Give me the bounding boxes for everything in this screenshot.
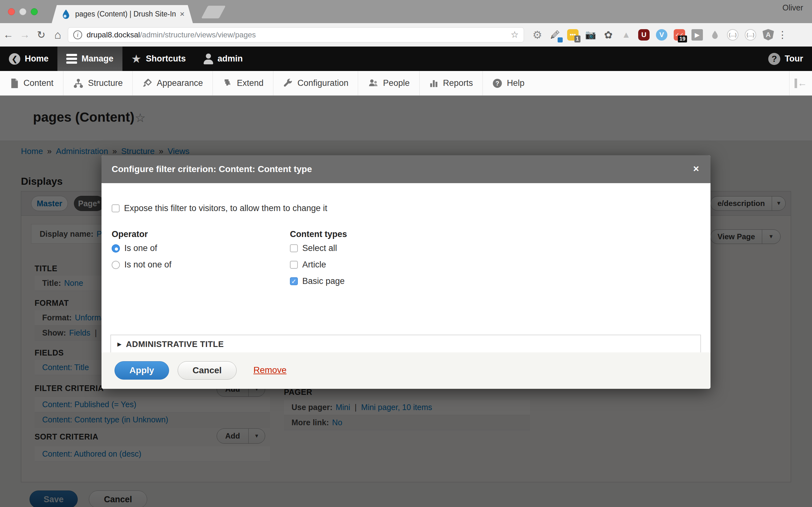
home-icon[interactable]: ⌂ [49,28,66,42]
administrative-title-label: ADMINISTRATIVE TITLE [126,339,224,349]
menu-people[interactable]: People [358,71,419,95]
article-checkbox[interactable] [290,261,298,269]
menu-help-label: Help [507,78,525,88]
browser-menu-icon[interactable]: ⋮ [778,29,787,40]
screen: pages (Content) | Drush Site-In × Oliver… [0,0,812,507]
drive-extension-icon[interactable]: ▲ [620,29,632,41]
content-types-label: Content types [290,229,347,239]
toolbar-tour[interactable]: ? Tour [759,47,812,71]
address-bar[interactable]: i drupal8.docksal/admin/structure/views/… [68,27,524,43]
administrative-title-details[interactable]: ▶ ADMINISTRATIVE TITLE [110,335,701,354]
operator-option-is-one-of: Is one of [112,243,157,253]
palette-extension-icon[interactable]: ••• 1 [566,29,579,41]
toolbar-shortcuts-label: Shortcuts [146,54,186,64]
site-info-icon[interactable]: i [73,31,82,39]
select-all-checkbox[interactable] [290,244,298,252]
toolbar-collapse-button[interactable]: ← [789,71,812,95]
browser-profile-name[interactable]: Oliver [782,3,803,12]
expose-filter-label: Expose this filter to visitors, to allow… [124,204,327,213]
drupal-menu-bar: Content Structure Appearance Extend Conf… [0,71,812,96]
zoom-window-button[interactable] [31,8,38,15]
toolbar-home-label: Home [25,54,49,64]
remove-link[interactable]: Remove [253,365,287,375]
menu-appearance-label: Appearance [157,78,203,88]
people-icon [368,78,378,89]
json-viewer-extension-icon[interactable]: {…} [726,29,739,41]
minimize-window-button[interactable] [19,8,26,15]
document-icon [9,78,19,89]
toolbar-shortcuts[interactable]: ★ Shortcuts [122,47,195,71]
type-option-basic-page: ✓ Basic page [290,276,345,286]
tab-title: pages (Content) | Drush Site-In [75,10,177,18]
basic-page-checkbox[interactable]: ✓ [290,277,298,285]
menu-reports-label: Reports [443,78,473,88]
menu-structure-label: Structure [88,78,123,88]
browser-tab-bar: pages (Content) | Drush Site-In × Oliver [0,0,812,23]
extension-row: ⚙ 🖉 . ••• 1 📷 ✿ ▲ U V ✓✓ 19 ▶ [531,29,774,41]
select-all-label: Select all [302,243,337,253]
menu-configuration[interactable]: Configuration [273,71,358,95]
drupal-admin-toolbar: ❮ Home Manage ★ Shortcuts admin ? Tour [0,47,812,71]
paintbrush-icon [142,78,152,89]
url-host: drupal8.docksal [87,31,140,39]
operator-option-is-not-one-of: Is not one of [112,260,171,270]
close-window-button[interactable] [8,8,15,15]
expose-filter-checkbox[interactable] [112,205,119,212]
tour-question-icon: ? [768,53,780,65]
is-not-one-of-radio[interactable] [112,261,120,269]
forward-icon[interactable]: → [16,29,33,41]
new-tab-button[interactable] [201,6,225,18]
menu-help[interactable]: ? Help [483,71,534,95]
menu-content-label: Content [23,78,54,88]
details-arrow-icon: ▶ [117,341,121,348]
modal-cancel-button[interactable]: Cancel [177,361,237,380]
menu-reports[interactable]: Reports [420,71,483,95]
operator-label: Operator [112,229,148,239]
toolbar-admin-user[interactable]: admin [195,47,252,71]
bookmark-star-icon[interactable]: ☆ [511,30,519,40]
dark-gear-extension-icon[interactable]: ✿ [602,29,615,41]
is-one-of-label: Is one of [124,243,157,253]
reload-icon[interactable]: ↻ [33,29,49,41]
eyedropper-extension-icon[interactable]: 🖉 . [549,29,561,41]
menu-configuration-label: Configuration [298,78,349,88]
type-option-select-all: Select all [290,243,337,253]
help-icon: ? [492,78,502,89]
basic-page-label: Basic page [302,276,345,286]
modal-header[interactable]: Configure filter criterion: Content: Con… [101,155,711,183]
browser-tab[interactable]: pages (Content) | Drush Site-In × [52,5,193,23]
menu-extend-label: Extend [237,78,264,88]
play-extension-icon[interactable]: ▶ [691,29,704,41]
bar-chart-icon [429,78,439,88]
sitemap-icon [73,78,84,89]
menu-content[interactable]: Content [0,71,63,95]
ublock-extension-icon[interactable]: U [638,29,650,41]
modal-close-icon[interactable]: × [693,163,699,175]
collapse-icon: ← [795,78,807,88]
back-to-site-icon: ❮ [9,53,20,65]
angular-extension-icon[interactable]: A [762,29,774,41]
menu-extend[interactable]: Extend [213,71,273,95]
drupal-favicon [61,9,71,20]
tab-close-icon[interactable]: × [180,9,185,19]
camera-extension-icon[interactable]: 📷 [584,29,597,41]
todoist-extension-icon[interactable]: ✓✓ 19 [673,29,686,41]
drupal-extension-icon[interactable] [709,29,721,41]
menu-appearance[interactable]: Appearance [133,71,213,95]
filter-config-modal: Configure filter criterion: Content: Con… [101,155,711,389]
vimium-extension-icon[interactable]: V [655,29,668,41]
modal-title: Configure filter criterion: Content: Con… [112,164,312,174]
json-viewer2-extension-icon[interactable]: {…} [744,29,757,41]
toolbar-home[interactable]: ❮ Home [0,47,57,71]
toolbar-manage[interactable]: Manage [57,47,122,71]
browser-url-bar: ← → ↻ ⌂ i drupal8.docksal/admin/structur… [0,23,812,47]
back-icon[interactable]: ← [0,29,16,41]
gear-extension-icon[interactable]: ⚙ [531,29,544,41]
modal-footer: Apply Cancel Remove [101,352,711,389]
modal-body: Expose this filter to visitors, to allow… [101,183,711,352]
hamburger-icon [66,54,77,64]
wrench-icon [283,78,293,89]
menu-structure[interactable]: Structure [63,71,133,95]
apply-button[interactable]: Apply [114,361,169,380]
is-one-of-radio[interactable] [112,244,120,252]
